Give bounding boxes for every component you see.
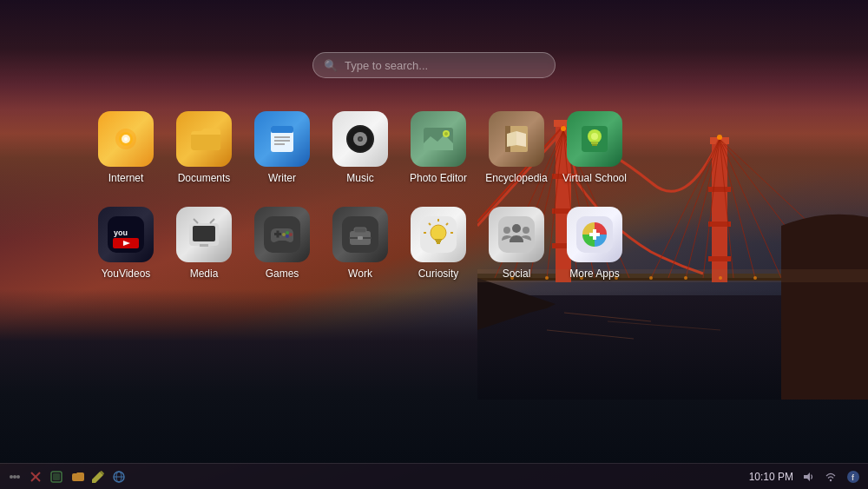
app-work[interactable]: Work — [321, 200, 399, 287]
svg-rect-100 — [436, 241, 441, 242]
media-label: Media — [190, 268, 219, 280]
svg-point-111 — [13, 475, 16, 479]
empty-cell-2 — [634, 200, 712, 287]
svg-point-86 — [282, 233, 286, 236]
app-youvideos[interactable]: you YouVideos — [87, 200, 165, 287]
curiosity-icon — [411, 207, 466, 262]
media-icon — [176, 207, 232, 262]
more-apps-icon — [567, 207, 622, 262]
taskbar-icon-2[interactable] — [28, 469, 43, 485]
app-photo-editor[interactable]: Photo Editor — [399, 104, 477, 191]
taskbar-left — [7, 469, 127, 485]
app-curiosity[interactable]: Curiosity — [399, 200, 477, 287]
svg-point-110 — [10, 475, 13, 479]
svg-point-63 — [444, 132, 448, 135]
svg-rect-99 — [435, 239, 442, 241]
empty-cell-1 — [634, 104, 712, 191]
encyclopedia-label: Encyclopedia — [485, 172, 547, 184]
svg-text:you: you — [114, 228, 128, 237]
svg-line-95 — [446, 223, 448, 225]
svg-rect-82 — [277, 231, 279, 238]
svg-point-83 — [286, 231, 289, 235]
app-media[interactable]: Media — [165, 200, 243, 287]
taskbar-icon-5[interactable] — [90, 469, 106, 485]
app-virtual-school[interactable]: Virtual School — [556, 104, 634, 191]
svg-rect-69 — [592, 144, 597, 146]
taskbar: 10:10 PM f — [0, 463, 868, 489]
svg-rect-76 — [193, 226, 215, 241]
svg-point-84 — [289, 233, 293, 236]
taskbar-icon-4[interactable] — [69, 469, 85, 485]
svg-point-60 — [359, 138, 362, 141]
svg-line-79 — [210, 219, 214, 223]
svg-point-50 — [124, 137, 128, 141]
music-label: Music — [346, 172, 373, 184]
internet-label: Internet — [108, 172, 144, 184]
photo-editor-label: Photo Editor — [410, 172, 467, 184]
writer-icon — [254, 111, 310, 167]
taskbar-time: 10:10 PM — [749, 471, 793, 483]
taskbar-icon-6[interactable] — [111, 469, 127, 485]
virtual-school-icon — [567, 111, 622, 167]
search-input[interactable] — [345, 59, 544, 72]
taskbar-volume[interactable] — [800, 469, 816, 485]
youvideos-label: YouVideos — [102, 268, 151, 280]
svg-rect-116 — [53, 473, 60, 480]
search-icon: 🔍 — [324, 59, 338, 72]
internet-icon — [98, 111, 154, 167]
work-icon — [332, 207, 388, 262]
documents-icon — [176, 111, 232, 167]
youvideos-icon: you — [98, 207, 154, 262]
work-label: Work — [348, 268, 372, 280]
curiosity-label: Curiosity — [418, 268, 459, 280]
svg-rect-68 — [591, 142, 598, 144]
app-music[interactable]: Music — [321, 104, 399, 191]
games-icon — [254, 207, 310, 262]
svg-rect-91 — [358, 236, 363, 240]
svg-point-93 — [431, 225, 446, 241]
taskbar-right: 10:10 PM f — [749, 469, 861, 485]
svg-rect-101 — [437, 242, 440, 244]
svg-rect-102 — [498, 216, 535, 253]
app-writer[interactable]: Writer — [243, 104, 321, 191]
app-more-apps[interactable]: More Apps — [556, 200, 634, 287]
svg-marker-120 — [804, 472, 810, 481]
documents-label: Documents — [178, 172, 231, 184]
svg-point-121 — [830, 479, 832, 480]
games-label: Games — [266, 268, 299, 280]
svg-rect-53 — [274, 136, 290, 138]
encyclopedia-icon — [489, 111, 544, 167]
svg-rect-55 — [274, 143, 285, 145]
photo-editor-icon — [411, 111, 466, 167]
svg-point-34 — [717, 135, 722, 140]
app-documents[interactable]: Documents — [165, 104, 243, 191]
svg-rect-52 — [271, 126, 293, 133]
taskbar-icon-1[interactable] — [7, 469, 23, 485]
virtual-school-label: Virtual School — [562, 172, 627, 184]
svg-rect-109 — [589, 233, 600, 236]
taskbar-wifi[interactable] — [823, 469, 838, 485]
app-encyclopedia[interactable]: Encyclopedia — [477, 104, 556, 191]
social-label: Social — [503, 268, 531, 280]
svg-point-112 — [16, 475, 20, 479]
social-icon — [489, 207, 544, 262]
svg-point-104 — [503, 227, 510, 234]
taskbar-icon-3[interactable] — [49, 469, 64, 485]
app-social[interactable]: Social — [477, 200, 556, 287]
app-internet[interactable]: Internet — [87, 104, 165, 191]
music-icon — [332, 111, 388, 167]
svg-rect-77 — [200, 244, 208, 247]
svg-rect-54 — [274, 140, 290, 142]
search-bar[interactable]: 🔍 — [312, 52, 556, 78]
svg-point-85 — [286, 235, 289, 238]
svg-line-97 — [429, 223, 431, 225]
taskbar-facebook[interactable]: f — [845, 469, 861, 485]
app-games[interactable]: Games — [243, 200, 321, 287]
svg-point-105 — [523, 227, 529, 234]
svg-line-78 — [194, 219, 198, 223]
app-grid: Internet Documents — [87, 104, 712, 287]
svg-rect-89 — [354, 228, 366, 233]
search-container: 🔍 — [312, 52, 556, 78]
desktop: 🔍 Internet — [0, 0, 868, 489]
svg-point-103 — [512, 224, 521, 233]
